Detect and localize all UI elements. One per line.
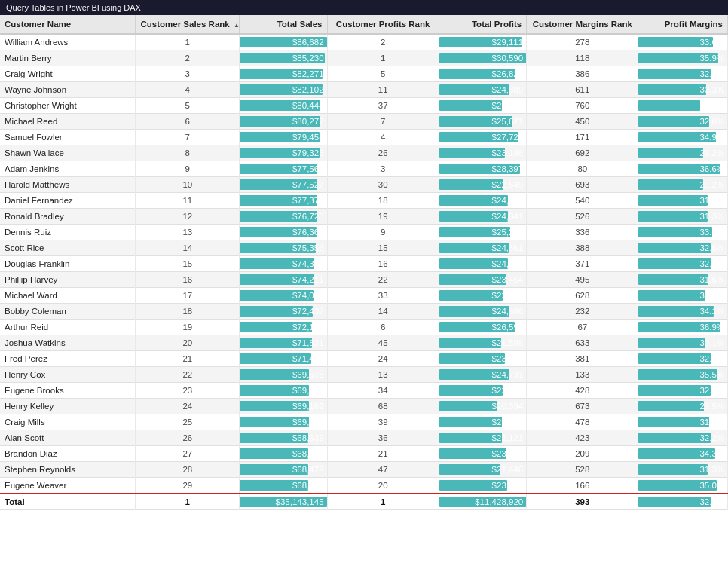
cell-profit-margins: 35.5% (638, 367, 728, 383)
title-bar: Query Tables in Power BI using DAX (0, 0, 728, 15)
cell-total-sales: $72,108 (240, 320, 327, 335)
cell-name: Craig Wright (0, 66, 136, 82)
cell-profit-margins: 29.2% (638, 145, 728, 161)
cell-name: Fred Perez (0, 351, 136, 367)
total-label: Total (0, 494, 136, 510)
cell-total-profits: $29,111 (439, 34, 526, 50)
cell-total-profits: $21,978 (439, 414, 526, 430)
table-row: Alan Scott 26 $68,639 36 $22,121 423 32.… (0, 430, 728, 446)
cell-total-sales: $68,277 (240, 478, 327, 494)
cell-total-profits: $24,065 (439, 193, 526, 209)
cell-total-sales: $79,325 (240, 145, 327, 161)
cell-margins-rank: 171 (527, 130, 638, 145)
cell-margins-rank: 166 (527, 478, 638, 494)
table-row: Phillip Harvey 16 $74,211 22 $23,464 495… (0, 272, 728, 288)
table-row: William Andrews 1 $86,682 2 $29,111 278 … (0, 34, 728, 50)
table-header-row: Customer Name Customer Sales Rank ▲ Tota… (0, 15, 728, 34)
col-header-profits-rank[interactable]: Customer Profits Rank (327, 15, 439, 34)
cell-profit-margins: 36.6% (638, 161, 728, 177)
table-row: Henry Cox 22 $69,578 13 $24,731 133 35.5… (0, 367, 728, 383)
cell-sales-rank: 1 (136, 34, 240, 50)
cell-profits-rank: 24 (327, 351, 439, 367)
cell-total-sales: $69,183 (240, 383, 327, 399)
cell-profits-rank: 9 (327, 225, 439, 240)
cell-sales-rank: 15 (136, 256, 240, 272)
cell-total-sales: $77,527 (240, 177, 327, 193)
cell-sales-rank: 9 (136, 161, 240, 177)
cell-margins-rank: 693 (527, 177, 638, 193)
table-row: Ronald Bradley 12 $76,728 19 $24,041 526… (0, 209, 728, 225)
table-container[interactable]: Customer Name Customer Sales Rank ▲ Tota… (0, 15, 728, 578)
cell-sales-rank: 16 (136, 272, 240, 288)
table-row: Arthur Reid 19 $72,108 6 $26,598 67 36.9… (0, 320, 728, 335)
cell-name: Martin Berry (0, 50, 136, 66)
cell-total-sales: $82,102 (240, 82, 327, 98)
col-header-name[interactable]: Customer Name (0, 15, 136, 34)
cell-total-sales: $69,578 (240, 367, 327, 383)
cell-profit-margins: 33.6% (638, 34, 728, 50)
cell-profit-margins: 35.0% (638, 478, 728, 494)
cell-profit-margins: 32.6% (638, 66, 728, 82)
col-header-margins-rank[interactable]: Customer Margins Rank (527, 15, 638, 34)
cell-total-sales: $80,444 (240, 98, 327, 114)
cell-total-profits: $22,301 (439, 288, 526, 304)
cell-profit-margins: 31.3% (638, 209, 728, 225)
cell-sales-rank: 6 (136, 114, 240, 130)
cell-profit-margins: 32.2% (638, 430, 728, 446)
table-row: Brandon Diaz 27 $68,605 21 $23,531 209 3… (0, 446, 728, 462)
cell-total-sales: $69,161 (240, 414, 327, 430)
table-row: Eugene Brooks 23 $69,183 34 $22,271 428 … (0, 383, 728, 399)
cell-profits-rank: 39 (327, 414, 439, 430)
cell-sales-rank: 3 (136, 66, 240, 82)
cell-margins-rank: 386 (527, 66, 638, 82)
cell-margins-rank: 423 (527, 430, 638, 446)
cell-total-profits: $23,894 (439, 478, 526, 494)
table-row: Craig Wright 3 $82,271 5 $26,827 386 32.… (0, 66, 728, 82)
col-header-total-profits[interactable]: Total Profits (439, 15, 526, 34)
cell-sales-rank: 23 (136, 383, 240, 399)
cell-sales-rank: 20 (136, 335, 240, 351)
cell-margins-rank: 495 (527, 272, 638, 288)
cell-profits-rank: 26 (327, 145, 439, 161)
col-header-sales-rank[interactable]: Customer Sales Rank ▲ (136, 15, 240, 34)
cell-profits-rank: 13 (327, 367, 439, 383)
cell-total-sales: $76,728 (240, 209, 327, 225)
cell-name: Shawn Wallace (0, 145, 136, 161)
cell-name: Dennis Ruiz (0, 225, 136, 240)
col-header-total-sales[interactable]: Total Sales (240, 15, 327, 34)
cell-sales-rank: 27 (136, 446, 240, 462)
cell-sales-rank: 17 (136, 288, 240, 304)
cell-name: Arthur Reid (0, 320, 136, 335)
col-header-profit-margins[interactable]: Profit Margins (638, 15, 728, 34)
cell-total-profits: $23,316 (439, 351, 526, 367)
cell-total-profits: $27,721 (439, 130, 526, 145)
cell-profit-margins: 36.9% (638, 320, 728, 335)
cell-total-sales: $71,453 (240, 351, 327, 367)
cell-profits-rank: 20 (327, 478, 439, 494)
cell-total-profits: $20,394 (439, 399, 526, 414)
cell-margins-rank: 540 (527, 193, 638, 209)
cell-profits-rank: 18 (327, 193, 439, 209)
cell-margins-rank: 692 (527, 145, 638, 161)
cell-name: Bobby Coleman (0, 304, 136, 320)
cell-total-sales: $68,605 (240, 446, 327, 462)
cell-name: Phillip Harvey (0, 272, 136, 288)
cell-profit-margins: 35.9% (638, 50, 728, 66)
cell-total-sales: $80,277 (240, 114, 327, 130)
cell-profit-margins: 30.1% (638, 288, 728, 304)
cell-total-profits: $23,186 (439, 145, 526, 161)
cell-total-profits: $22,271 (439, 383, 526, 399)
data-table: Customer Name Customer Sales Rank ▲ Tota… (0, 15, 728, 510)
table-row: Wayne Johnson 4 $82,102 11 $24,889 611 3… (0, 82, 728, 98)
cell-profits-rank: 45 (327, 335, 439, 351)
cell-profits-rank: 1 (327, 50, 439, 66)
table-row: Joshua Watkins 20 $71,831 45 $21,598 633… (0, 335, 728, 351)
cell-profits-rank: 37 (327, 98, 439, 114)
cell-sales-rank: 21 (136, 351, 240, 367)
cell-profits-rank: 47 (327, 462, 439, 478)
cell-sales-rank: 5 (136, 98, 240, 114)
table-row: Michael Reed 6 $80,277 7 $25,671 450 32.… (0, 114, 728, 130)
cell-total-sales: $82,271 (240, 66, 327, 82)
cell-profit-margins: 33.0% (638, 225, 728, 240)
cell-margins-rank: 673 (527, 399, 638, 414)
